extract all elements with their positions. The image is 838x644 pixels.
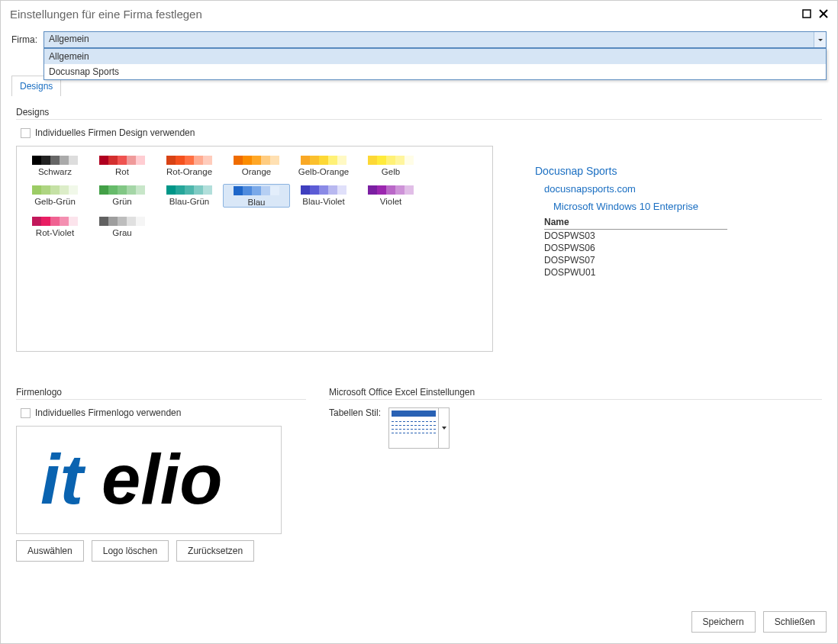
svg-text:it: it bbox=[40, 440, 86, 518]
palette-swatch[interactable]: Blau-Grün bbox=[156, 184, 223, 208]
swatch-colors bbox=[156, 156, 223, 165]
palette-swatch[interactable]: Grün bbox=[89, 184, 156, 208]
swatch-colors bbox=[290, 185, 357, 195]
preview-table-row: DOSPWS03 bbox=[544, 230, 727, 242]
palette-swatch[interactable]: Blau-Violet bbox=[290, 184, 357, 208]
close-button[interactable]: Schließen bbox=[763, 611, 827, 633]
swatch-colors bbox=[89, 217, 156, 226]
swatch-label: Gelb-Grün bbox=[21, 197, 89, 206]
swatch-label: Gelb-Orange bbox=[290, 167, 357, 176]
firma-dropdown[interactable]: Allgemein Allgemein Docusnap Sports bbox=[44, 31, 827, 48]
swatch-colors bbox=[357, 156, 424, 165]
individual-logo-label: Individuelles Firmenlogo verwenden bbox=[35, 407, 181, 418]
palette-swatch[interactable]: Rot-Orange bbox=[156, 154, 223, 176]
palette-swatch[interactable]: Gelb-Grün bbox=[21, 184, 89, 208]
swatch-colors bbox=[89, 156, 156, 165]
preview-table-row: DOSPWS07 bbox=[544, 254, 727, 266]
palette-swatch[interactable]: Gelb-Orange bbox=[290, 154, 357, 176]
swatch-label: Blau-Violet bbox=[290, 197, 357, 206]
palette-swatch[interactable]: Rot bbox=[89, 154, 156, 176]
swatch-label: Grau bbox=[89, 228, 156, 237]
itelio-logo: it elio bbox=[34, 438, 263, 522]
swatch-colors bbox=[223, 156, 290, 165]
swatch-colors bbox=[290, 156, 357, 165]
individual-design-checkbox[interactable] bbox=[21, 128, 31, 138]
preview-pane: Docusnap Sports docusnapsports.com Micro… bbox=[535, 165, 764, 279]
window-title: Einstellungen für eine Firma festlegen bbox=[10, 8, 202, 21]
swatch-label: Blau-Grün bbox=[156, 197, 223, 206]
table-style-preview bbox=[389, 408, 438, 448]
individual-design-label: Individuelles Firmen Design verwenden bbox=[35, 127, 195, 138]
logo-section-title: Firmenlogo bbox=[16, 387, 306, 398]
palette-swatch[interactable]: Violet bbox=[357, 184, 424, 208]
swatch-colors bbox=[21, 217, 89, 226]
palette-swatch[interactable]: Gelb bbox=[357, 154, 424, 176]
palette-swatch[interactable]: Orange bbox=[223, 154, 290, 176]
swatch-label: Blau bbox=[224, 198, 289, 207]
swatch-colors bbox=[357, 185, 424, 195]
palette-swatch[interactable]: Blau bbox=[223, 184, 290, 208]
divider bbox=[16, 119, 822, 120]
palette-swatch[interactable]: Grau bbox=[89, 215, 156, 237]
swatch-colors bbox=[89, 185, 156, 195]
preview-domain: docusnapsports.com bbox=[544, 183, 764, 195]
maximize-icon[interactable] bbox=[802, 8, 811, 21]
svg-rect-0 bbox=[803, 10, 811, 18]
divider bbox=[329, 399, 822, 400]
preview-table-header: Name bbox=[544, 217, 727, 230]
swatch-colors bbox=[156, 185, 223, 195]
firma-dropdown-value: Allgemein bbox=[44, 32, 826, 46]
firma-label: Firma: bbox=[11, 34, 37, 45]
preview-table-row: DOSPWU01 bbox=[544, 266, 727, 279]
swatch-label: Grün bbox=[89, 197, 156, 206]
reset-logo-button[interactable]: Zurücksetzen bbox=[176, 540, 254, 562]
preview-table-row: DOSPWS06 bbox=[544, 242, 727, 254]
swatch-label: Schwarz bbox=[21, 167, 89, 176]
swatch-label: Violet bbox=[357, 197, 424, 206]
swatch-colors bbox=[21, 185, 89, 195]
choose-logo-button[interactable]: Auswählen bbox=[16, 540, 84, 562]
palette-swatch[interactable]: Rot-Violet bbox=[21, 215, 89, 237]
chevron-down-icon[interactable] bbox=[814, 32, 826, 47]
preview-company: Docusnap Sports bbox=[535, 165, 764, 177]
svg-text:elio: elio bbox=[102, 440, 222, 518]
excel-section-title: Microsoft Office Excel Einstellungen bbox=[329, 387, 822, 398]
divider bbox=[16, 399, 306, 400]
swatch-label: Rot-Orange bbox=[156, 167, 223, 176]
individual-logo-checkbox[interactable] bbox=[21, 408, 31, 418]
swatch-colors bbox=[21, 156, 89, 165]
firma-option[interactable]: Docusnap Sports bbox=[44, 64, 826, 79]
designs-section-title: Designs bbox=[16, 107, 822, 118]
palette-swatch[interactable]: Schwarz bbox=[21, 154, 89, 176]
firma-option[interactable]: Allgemein bbox=[44, 49, 826, 64]
logo-preview: it elio bbox=[16, 426, 282, 534]
palette-box: SchwarzRotRot-OrangeOrangeGelb-OrangeGel… bbox=[16, 146, 493, 352]
preview-os: Microsoft Windows 10 Enterprise bbox=[553, 201, 764, 212]
swatch-colors bbox=[224, 186, 289, 195]
table-style-label: Tabellen Stil: bbox=[329, 407, 381, 418]
delete-logo-button[interactable]: Logo löschen bbox=[92, 540, 169, 562]
swatch-label: Gelb bbox=[357, 167, 424, 176]
titlebar: Einstellungen für eine Firma festlegen bbox=[1, 1, 837, 27]
chevron-down-icon[interactable] bbox=[438, 408, 449, 448]
firma-dropdown-list: Allgemein Docusnap Sports bbox=[44, 48, 827, 80]
table-style-picker[interactable] bbox=[388, 407, 450, 449]
swatch-label: Orange bbox=[223, 167, 290, 176]
swatch-label: Rot bbox=[89, 167, 156, 176]
swatch-label: Rot-Violet bbox=[21, 228, 89, 237]
close-icon[interactable] bbox=[819, 8, 828, 21]
save-button[interactable]: Speichern bbox=[691, 611, 756, 633]
